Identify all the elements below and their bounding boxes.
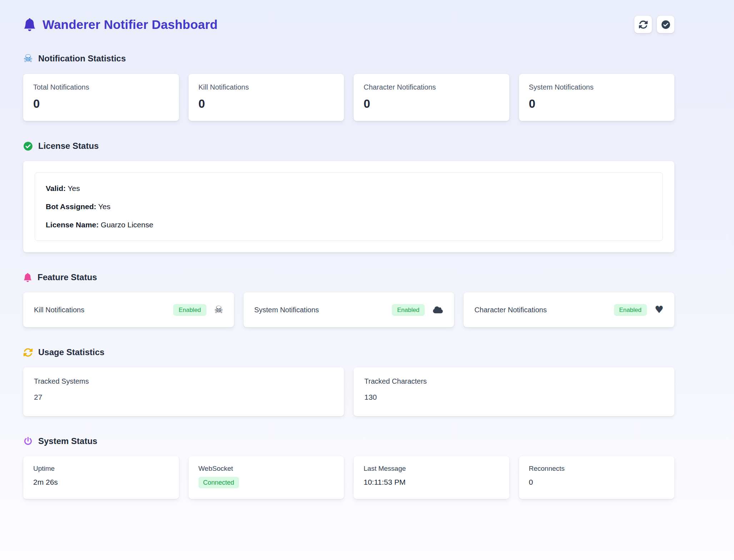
system-label: Reconnects [529, 465, 665, 473]
refresh-icon [23, 348, 33, 357]
feature-name: Character Notifications [474, 306, 546, 314]
license-field-label: Bot Assigned: [46, 202, 96, 211]
license-valid-row: Valid: Yes [46, 184, 652, 193]
section-title: System Status [38, 436, 97, 446]
title-group: Wanderer Notifier Dashboard [23, 17, 218, 32]
stat-value: 0 [529, 97, 665, 111]
usage-value: 130 [364, 393, 664, 402]
power-icon [23, 437, 33, 446]
feature-name: Kill Notifications [34, 306, 84, 314]
stat-label: Total Notifications [33, 83, 169, 91]
license-field-label: Valid: [46, 184, 66, 192]
system-card-reconnects: Reconnects 0 [519, 456, 675, 499]
license-field-value: Yes [68, 184, 80, 192]
stat-card-kill-notifications: Kill Notifications 0 [189, 74, 344, 121]
section-notification-statistics: ☠ Notification Statistics Total Notifica… [23, 53, 674, 121]
header: Wanderer Notifier Dashboard [23, 16, 674, 33]
system-label: WebSocket [199, 465, 334, 473]
usage-value: 27 [34, 393, 333, 402]
stat-card-character-notifications: Character Notifications 0 [354, 74, 509, 121]
refresh-button[interactable] [634, 16, 652, 33]
status-badge: Enabled [392, 304, 425, 316]
refresh-icon [639, 20, 648, 29]
system-label: Last Message [364, 465, 499, 473]
section-usage-statistics: Usage Statistics Tracked Systems 27 Trac… [23, 347, 674, 416]
section-title: License Status [38, 141, 99, 151]
section-title: Feature Status [38, 272, 97, 282]
usage-card-tracked-systems: Tracked Systems 27 [23, 367, 344, 416]
license-field-label: License Name: [46, 221, 99, 229]
license-bot-assigned-row: Bot Assigned: Yes [46, 202, 652, 211]
stat-label: System Notifications [529, 83, 665, 91]
status-badge: Enabled [614, 304, 647, 316]
usage-label: Tracked Systems [34, 377, 333, 385]
skull-crossbones-icon: ☠ [214, 305, 223, 315]
system-card-websocket: WebSocket Connected [189, 456, 344, 499]
feature-name: System Notifications [254, 306, 319, 314]
usage-label: Tracked Characters [364, 377, 664, 385]
section-heading: Usage Statistics [23, 347, 674, 357]
usage-card-tracked-characters: Tracked Characters 130 [354, 367, 674, 416]
status-badge: Enabled [173, 304, 206, 316]
check-circle-icon [23, 141, 33, 151]
section-title: Usage Statistics [38, 347, 104, 357]
stat-card-system-notifications: System Notifications 0 [519, 74, 675, 121]
stat-label: Kill Notifications [199, 83, 334, 91]
system-label: Uptime [33, 465, 169, 473]
heart-icon: ♥ [655, 305, 664, 315]
stat-value: 0 [199, 97, 334, 111]
bell-icon [23, 273, 32, 282]
system-card-last-message: Last Message 10:11:53 PM [354, 456, 509, 499]
license-details: Valid: Yes Bot Assigned: Yes License Nam… [35, 172, 663, 241]
stat-label: Character Notifications [364, 83, 499, 91]
websocket-status-badge: Connected [199, 477, 239, 488]
cloud-icon [433, 306, 443, 314]
stat-card-total-notifications: Total Notifications 0 [23, 74, 179, 121]
section-heading: Feature Status [23, 272, 674, 282]
feature-card-character-notifications: Character Notifications Enabled ♥ [464, 292, 674, 327]
section-system-status: System Status Uptime 2m 26s WebSocket Co… [23, 436, 674, 499]
section-license-status: License Status Valid: Yes Bot Assigned: … [23, 141, 674, 252]
system-card-uptime: Uptime 2m 26s [23, 456, 179, 499]
header-actions [634, 16, 674, 33]
check-circle-icon [661, 20, 670, 29]
stat-value: 0 [33, 97, 169, 111]
system-value: 2m 26s [33, 478, 169, 486]
license-name-row: License Name: Guarzo License [46, 221, 652, 229]
license-card: Valid: Yes Bot Assigned: Yes License Nam… [23, 161, 674, 252]
section-heading: License Status [23, 141, 674, 151]
license-field-value: Yes [98, 202, 110, 211]
system-value: 0 [529, 478, 665, 486]
dashboard-page: Wanderer Notifier Dashboard ☠ Notificati… [23, 0, 674, 499]
system-value: 10:11:53 PM [364, 478, 499, 486]
section-heading: ☠ Notification Statistics [23, 53, 674, 64]
status-check-button[interactable] [657, 16, 674, 33]
license-field-value: Guarzo License [101, 221, 153, 229]
page-title: Wanderer Notifier Dashboard [43, 17, 218, 32]
feature-card-system-notifications: System Notifications Enabled [244, 292, 454, 327]
section-feature-status: Feature Status Kill Notifications Enable… [23, 272, 674, 327]
bell-icon [23, 18, 36, 31]
feature-card-kill-notifications: Kill Notifications Enabled ☠ [23, 292, 234, 327]
section-heading: System Status [23, 436, 674, 446]
skull-crossbones-icon: ☠ [23, 53, 33, 64]
section-title: Notification Statistics [38, 54, 126, 64]
stat-value: 0 [364, 97, 499, 111]
